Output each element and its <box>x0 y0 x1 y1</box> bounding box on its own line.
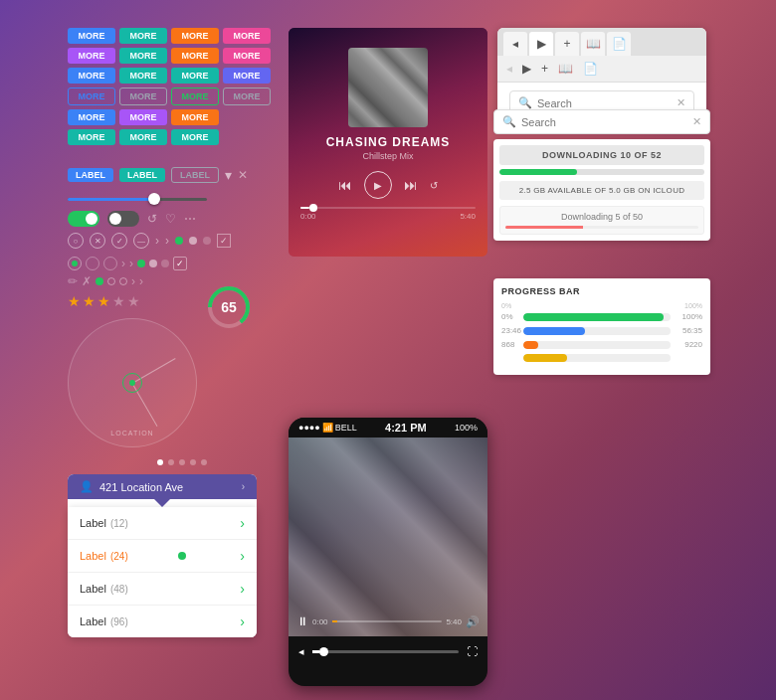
more-button[interactable]: MORE <box>223 48 271 64</box>
toggle-row: ↺ ♡ ⋯ <box>68 211 196 227</box>
more-button[interactable]: MORE <box>171 88 219 105</box>
nav-doc-button[interactable]: 📄 <box>580 60 601 78</box>
more-button[interactable]: MORE <box>171 109 219 125</box>
item-count: (12) <box>110 518 128 529</box>
more-button[interactable]: MORE <box>223 88 271 105</box>
star-icon[interactable]: ★ <box>112 293 125 309</box>
search-icon: 🔍 <box>518 96 532 109</box>
toggle-off[interactable] <box>107 211 139 227</box>
phone-progress-track[interactable] <box>332 620 443 622</box>
phone-fullscreen-button[interactable]: ⛶ <box>467 645 478 657</box>
compass-dial[interactable]: LOCATION <box>68 318 197 447</box>
phone-status-bar: ●●●● 📶 BELL 4:21 PM 100% <box>289 418 487 438</box>
progress-track[interactable] <box>300 207 476 209</box>
video-controls: ⏸ 0:00 5:40 🔊 <box>296 614 480 628</box>
play-tab[interactable]: ▶ <box>529 32 553 56</box>
star-icon[interactable]: ★ <box>127 293 140 309</box>
location-item[interactable]: Label (48) › <box>68 573 257 606</box>
more-button[interactable]: MORE <box>119 88 167 105</box>
page-dot[interactable] <box>157 459 163 465</box>
more-button[interactable]: MORE <box>119 68 167 84</box>
doc-tab[interactable]: 📄 <box>607 32 631 56</box>
more-button[interactable]: MORE <box>223 68 271 84</box>
star-icon[interactable]: ★ <box>83 293 96 309</box>
next-button[interactable]: ⏭ <box>404 177 418 193</box>
pb-value: 100% <box>675 312 702 321</box>
page-dot[interactable] <box>168 459 174 465</box>
phone-play-button[interactable]: ⏸ <box>296 614 308 628</box>
nav-book-button[interactable]: 📖 <box>555 60 576 78</box>
more-button[interactable]: MORE <box>119 28 167 44</box>
close-icon[interactable]: ✕ <box>238 168 248 182</box>
add-tab[interactable]: + <box>555 32 579 56</box>
location-header[interactable]: 👤 421 Location Ave › <box>68 474 257 499</box>
dot-indicator <box>203 237 211 245</box>
label-badge: LABEL <box>68 168 113 182</box>
prev-button[interactable]: ⏮ <box>338 177 352 193</box>
star-icon[interactable]: ★ <box>97 293 110 309</box>
nav-play-button[interactable]: ▶ <box>519 60 534 78</box>
more-button[interactable]: MORE <box>68 68 115 84</box>
search-bar-2[interactable]: 🔍 ✕ <box>493 109 710 134</box>
item-count: (24) <box>110 551 128 562</box>
carrier-name: BELL <box>335 423 357 433</box>
toggle-on[interactable] <box>68 211 99 227</box>
more-button[interactable]: MORE <box>119 109 167 125</box>
more-button[interactable]: MORE <box>119 129 167 145</box>
page-dot[interactable] <box>190 459 196 465</box>
star-icon[interactable]: ★ <box>68 293 81 309</box>
compass-center <box>122 373 142 393</box>
signal-icon: ●●●● <box>298 423 320 433</box>
more-button[interactable]: MORE <box>171 129 219 145</box>
arrow-double-icon: › <box>131 274 135 288</box>
phone-slider[interactable] <box>312 650 459 653</box>
download-label: DOWNLOADING 10 OF 52 <box>499 145 704 165</box>
button-grid: MORE MORE MORE MORE MORE MORE MORE MORE … <box>68 28 271 145</box>
more-button[interactable]: MORE <box>119 48 167 64</box>
star-rating[interactable]: ★ ★ ★ ★ ★ <box>68 293 140 309</box>
slider-track[interactable] <box>68 198 207 201</box>
refresh-icon: ↺ <box>147 212 157 226</box>
search-input-1[interactable] <box>537 97 677 109</box>
nav-add-button[interactable]: + <box>538 60 551 78</box>
radio-button[interactable] <box>103 257 117 270</box>
pb-track <box>523 354 671 362</box>
chevron-down-icon[interactable]: ▾ <box>225 167 232 183</box>
more-button[interactable]: MORE <box>223 28 271 44</box>
page-dot[interactable] <box>179 459 185 465</box>
more-button[interactable]: MORE <box>68 28 115 44</box>
chevron-right-icon: › <box>165 234 169 248</box>
more-button[interactable]: MORE <box>68 48 115 64</box>
more-button[interactable]: MORE <box>171 68 219 84</box>
clear-icon[interactable]: ✕ <box>692 115 701 128</box>
dot-indicator <box>189 237 197 245</box>
page-dot[interactable] <box>201 459 207 465</box>
player-progress: 0:00 5:40 <box>300 207 476 221</box>
repeat-icon[interactable]: ↺ <box>430 180 438 191</box>
search-icon: 🔍 <box>502 115 516 128</box>
location-item[interactable]: Label (12) › <box>68 507 257 540</box>
more-button[interactable]: MORE <box>68 129 115 145</box>
search-input-2[interactable] <box>521 116 692 128</box>
progress-circle: 65 <box>206 284 252 330</box>
status-dot-empty <box>107 277 115 285</box>
volume-icon[interactable]: 🔊 <box>466 615 480 628</box>
phone-back-button[interactable]: ◂ <box>298 645 304 658</box>
play-button[interactable]: ▶ <box>364 171 392 199</box>
back-button[interactable]: ◂ <box>503 32 527 56</box>
browser-nav: ◂ ▶ + 📖 📄 <box>497 56 706 83</box>
clear-icon[interactable]: ✕ <box>677 96 685 109</box>
radio-button[interactable] <box>86 257 99 270</box>
time-start: 0:00 <box>300 212 316 221</box>
more-button[interactable]: MORE <box>68 88 115 105</box>
more-button[interactable]: MORE <box>68 109 115 125</box>
location-item-active[interactable]: Label (24) › <box>68 540 257 573</box>
location-card: 👤 421 Location Ave › Label (12) › Label … <box>68 474 257 637</box>
nav-back-button[interactable]: ◂ <box>503 60 515 78</box>
location-item[interactable]: Label (96) › <box>68 606 257 637</box>
more-button[interactable]: MORE <box>171 48 219 64</box>
radio-button[interactable] <box>68 257 82 270</box>
book-tab[interactable]: 📖 <box>581 32 605 56</box>
checkbox[interactable]: ✓ <box>173 257 187 270</box>
more-button[interactable]: MORE <box>171 28 219 44</box>
